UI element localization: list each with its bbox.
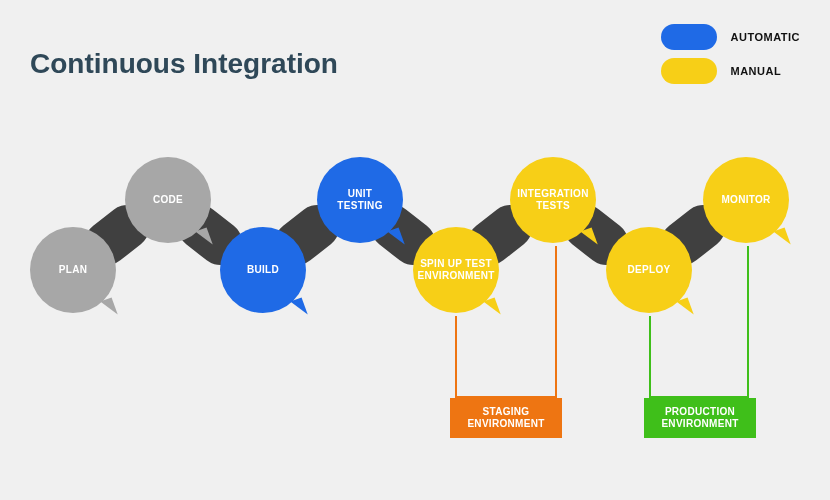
legend-manual: MANUAL bbox=[661, 58, 800, 84]
legend-manual-label: MANUAL bbox=[731, 65, 782, 77]
node-plan-tail bbox=[100, 297, 117, 318]
bracket-line bbox=[455, 316, 457, 396]
node-integration-tests-label: INTEGRATIONTESTS bbox=[511, 188, 594, 213]
node-unit-testing-label: UNITTESTING bbox=[331, 188, 388, 213]
node-monitor-tail bbox=[773, 227, 790, 248]
node-deploy-label: DEPLOY bbox=[622, 264, 677, 277]
pipeline-chain: PLAN CODE BUILD UNITTESTING SPIN UP TEST… bbox=[20, 155, 810, 355]
legend-manual-swatch bbox=[661, 58, 717, 84]
legend: AUTOMATIC MANUAL bbox=[661, 24, 800, 84]
staging-env-label: STAGINGENVIRONMENT bbox=[467, 406, 544, 431]
bracket-line bbox=[747, 246, 749, 396]
node-build-label: BUILD bbox=[241, 264, 285, 277]
node-spin-up-label: SPIN UP TESTENVIRONMENT bbox=[411, 258, 500, 283]
legend-automatic-swatch bbox=[661, 24, 717, 50]
node-deploy-tail bbox=[676, 297, 693, 318]
node-monitor-label: MONITOR bbox=[715, 194, 776, 207]
staging-env-box: STAGINGENVIRONMENT bbox=[450, 398, 562, 438]
node-code-label: CODE bbox=[147, 194, 189, 207]
bracket-line bbox=[649, 316, 651, 396]
node-spin-up-tail bbox=[483, 297, 500, 318]
legend-automatic-label: AUTOMATIC bbox=[731, 31, 800, 43]
bracket-line bbox=[555, 246, 557, 396]
production-env-box: PRODUCTIONENVIRONMENT bbox=[644, 398, 756, 438]
legend-automatic: AUTOMATIC bbox=[661, 24, 800, 50]
production-env-label: PRODUCTIONENVIRONMENT bbox=[661, 406, 738, 431]
node-build-tail bbox=[290, 297, 307, 318]
node-plan-label: PLAN bbox=[53, 264, 93, 277]
page-title: Continuous Integration bbox=[30, 48, 338, 80]
